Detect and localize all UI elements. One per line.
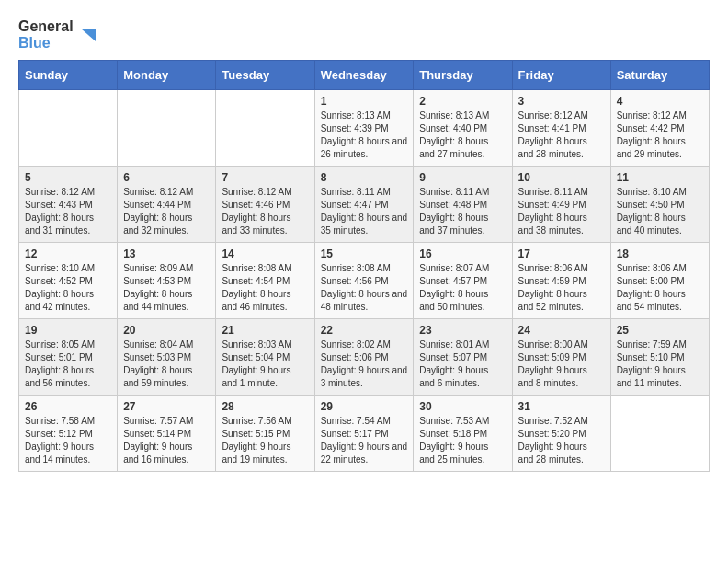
day-info: Sunrise: 7:58 AM Sunset: 5:12 PM Dayligh… <box>25 416 95 465</box>
day-info: Sunrise: 8:00 AM Sunset: 5:09 PM Dayligh… <box>518 339 588 388</box>
day-cell: 22Sunrise: 8:02 AM Sunset: 5:06 PM Dayli… <box>314 319 414 396</box>
day-cell: 29Sunrise: 7:54 AM Sunset: 5:17 PM Dayli… <box>314 396 414 472</box>
day-cell: 25Sunrise: 7:59 AM Sunset: 5:10 PM Dayli… <box>610 319 709 396</box>
day-cell: 6Sunrise: 8:12 AM Sunset: 4:44 PM Daylig… <box>118 167 216 243</box>
day-cell <box>118 90 216 167</box>
day-info: Sunrise: 7:54 AM Sunset: 5:17 PM Dayligh… <box>321 416 408 465</box>
week-row-1: 1Sunrise: 8:13 AM Sunset: 4:39 PM Daylig… <box>19 90 710 167</box>
day-number: 7 <box>222 171 308 184</box>
day-number: 11 <box>617 171 703 184</box>
day-cell: 5Sunrise: 8:12 AM Sunset: 4:43 PM Daylig… <box>19 167 118 243</box>
day-cell: 31Sunrise: 7:52 AM Sunset: 5:20 PM Dayli… <box>512 396 610 472</box>
day-number: 18 <box>617 247 703 260</box>
day-info: Sunrise: 8:08 AM Sunset: 4:54 PM Dayligh… <box>222 263 291 312</box>
day-number: 23 <box>419 324 506 337</box>
day-info: Sunrise: 7:52 AM Sunset: 5:20 PM Dayligh… <box>518 416 588 465</box>
day-cell: 11Sunrise: 8:10 AM Sunset: 4:50 PM Dayli… <box>610 167 709 243</box>
day-info: Sunrise: 8:02 AM Sunset: 5:06 PM Dayligh… <box>321 339 408 388</box>
day-info: Sunrise: 8:12 AM Sunset: 4:42 PM Dayligh… <box>617 110 687 159</box>
day-number: 28 <box>222 400 308 413</box>
day-cell <box>19 90 118 167</box>
day-number: 15 <box>321 247 408 260</box>
weekday-header-monday: Monday <box>118 61 216 90</box>
day-info: Sunrise: 7:59 AM Sunset: 5:10 PM Dayligh… <box>617 339 687 388</box>
day-number: 21 <box>222 324 308 337</box>
day-number: 12 <box>25 247 111 260</box>
day-cell: 16Sunrise: 8:07 AM Sunset: 4:57 PM Dayli… <box>414 243 512 319</box>
day-number: 16 <box>419 247 506 260</box>
day-cell: 14Sunrise: 8:08 AM Sunset: 4:54 PM Dayli… <box>216 243 314 319</box>
day-number: 31 <box>518 400 605 413</box>
day-cell: 1Sunrise: 8:13 AM Sunset: 4:39 PM Daylig… <box>314 90 414 167</box>
day-info: Sunrise: 8:04 AM Sunset: 5:03 PM Dayligh… <box>123 339 193 388</box>
day-number: 2 <box>419 95 506 108</box>
day-info: Sunrise: 8:13 AM Sunset: 4:39 PM Dayligh… <box>321 110 408 159</box>
day-number: 4 <box>617 95 703 108</box>
day-number: 13 <box>123 247 210 260</box>
day-info: Sunrise: 8:10 AM Sunset: 4:50 PM Dayligh… <box>617 187 687 236</box>
week-row-5: 26Sunrise: 7:58 AM Sunset: 5:12 PM Dayli… <box>19 396 710 472</box>
day-cell: 4Sunrise: 8:12 AM Sunset: 4:42 PM Daylig… <box>610 90 709 167</box>
day-cell: 3Sunrise: 8:12 AM Sunset: 4:41 PM Daylig… <box>512 90 610 167</box>
day-cell: 21Sunrise: 8:03 AM Sunset: 5:04 PM Dayli… <box>216 319 314 396</box>
logo-triangle-icon <box>77 25 97 45</box>
weekday-header-tuesday: Tuesday <box>216 61 314 90</box>
day-cell: 17Sunrise: 8:06 AM Sunset: 4:59 PM Dayli… <box>512 243 610 319</box>
week-row-4: 19Sunrise: 8:05 AM Sunset: 5:01 PM Dayli… <box>19 319 710 396</box>
weekday-header-friday: Friday <box>512 61 610 90</box>
day-info: Sunrise: 8:12 AM Sunset: 4:44 PM Dayligh… <box>123 187 193 236</box>
day-cell: 30Sunrise: 7:53 AM Sunset: 5:18 PM Dayli… <box>414 396 512 472</box>
weekday-header-row: SundayMondayTuesdayWednesdayThursdayFrid… <box>19 61 710 90</box>
day-number: 25 <box>617 324 703 337</box>
day-cell: 7Sunrise: 8:12 AM Sunset: 4:46 PM Daylig… <box>216 167 314 243</box>
day-cell: 15Sunrise: 8:08 AM Sunset: 4:56 PM Dayli… <box>314 243 414 319</box>
day-cell: 2Sunrise: 8:13 AM Sunset: 4:40 PM Daylig… <box>414 90 512 167</box>
day-number: 14 <box>222 247 308 260</box>
day-info: Sunrise: 8:07 AM Sunset: 4:57 PM Dayligh… <box>419 263 489 312</box>
day-info: Sunrise: 8:10 AM Sunset: 4:52 PM Dayligh… <box>25 263 95 312</box>
day-cell: 18Sunrise: 8:06 AM Sunset: 5:00 PM Dayli… <box>610 243 709 319</box>
day-cell: 13Sunrise: 8:09 AM Sunset: 4:53 PM Dayli… <box>118 243 216 319</box>
weekday-header-wednesday: Wednesday <box>314 61 414 90</box>
day-number: 3 <box>518 95 605 108</box>
day-number: 22 <box>321 324 408 337</box>
logo-general: General <box>18 18 74 35</box>
day-info: Sunrise: 8:06 AM Sunset: 5:00 PM Dayligh… <box>617 263 687 312</box>
day-info: Sunrise: 8:05 AM Sunset: 5:01 PM Dayligh… <box>25 339 95 388</box>
day-number: 26 <box>25 400 111 413</box>
day-info: Sunrise: 8:12 AM Sunset: 4:46 PM Dayligh… <box>222 187 291 236</box>
weekday-header-saturday: Saturday <box>610 61 709 90</box>
day-number: 17 <box>518 247 605 260</box>
day-number: 10 <box>518 171 605 184</box>
day-number: 1 <box>321 95 408 108</box>
day-cell: 19Sunrise: 8:05 AM Sunset: 5:01 PM Dayli… <box>19 319 118 396</box>
day-info: Sunrise: 8:08 AM Sunset: 4:56 PM Dayligh… <box>321 263 408 312</box>
day-cell: 23Sunrise: 8:01 AM Sunset: 5:07 PM Dayli… <box>414 319 512 396</box>
day-cell: 26Sunrise: 7:58 AM Sunset: 5:12 PM Dayli… <box>19 396 118 472</box>
weekday-header-thursday: Thursday <box>414 61 512 90</box>
day-info: Sunrise: 8:01 AM Sunset: 5:07 PM Dayligh… <box>419 339 489 388</box>
day-cell: 9Sunrise: 8:11 AM Sunset: 4:48 PM Daylig… <box>414 167 512 243</box>
day-cell <box>216 90 314 167</box>
day-cell: 8Sunrise: 8:11 AM Sunset: 4:47 PM Daylig… <box>314 167 414 243</box>
day-info: Sunrise: 8:11 AM Sunset: 4:47 PM Dayligh… <box>321 187 408 236</box>
day-info: Sunrise: 8:11 AM Sunset: 4:48 PM Dayligh… <box>419 187 489 236</box>
day-cell: 12Sunrise: 8:10 AM Sunset: 4:52 PM Dayli… <box>19 243 118 319</box>
day-number: 5 <box>25 171 111 184</box>
day-number: 30 <box>419 400 506 413</box>
calendar-table: SundayMondayTuesdayWednesdayThursdayFrid… <box>18 60 710 472</box>
day-number: 9 <box>419 171 506 184</box>
day-info: Sunrise: 7:53 AM Sunset: 5:18 PM Dayligh… <box>419 416 489 465</box>
logo-blue: Blue <box>18 35 74 52</box>
day-number: 20 <box>123 324 210 337</box>
day-cell: 27Sunrise: 7:57 AM Sunset: 5:14 PM Dayli… <box>118 396 216 472</box>
day-info: Sunrise: 8:06 AM Sunset: 4:59 PM Dayligh… <box>518 263 588 312</box>
day-info: Sunrise: 8:03 AM Sunset: 5:04 PM Dayligh… <box>222 339 291 388</box>
logo: General Blue <box>18 18 97 51</box>
day-info: Sunrise: 8:12 AM Sunset: 4:43 PM Dayligh… <box>25 187 95 236</box>
day-number: 6 <box>123 171 210 184</box>
day-info: Sunrise: 8:13 AM Sunset: 4:40 PM Dayligh… <box>419 110 489 159</box>
day-info: Sunrise: 8:11 AM Sunset: 4:49 PM Dayligh… <box>518 187 588 236</box>
day-info: Sunrise: 8:12 AM Sunset: 4:41 PM Dayligh… <box>518 110 588 159</box>
day-cell: 20Sunrise: 8:04 AM Sunset: 5:03 PM Dayli… <box>118 319 216 396</box>
